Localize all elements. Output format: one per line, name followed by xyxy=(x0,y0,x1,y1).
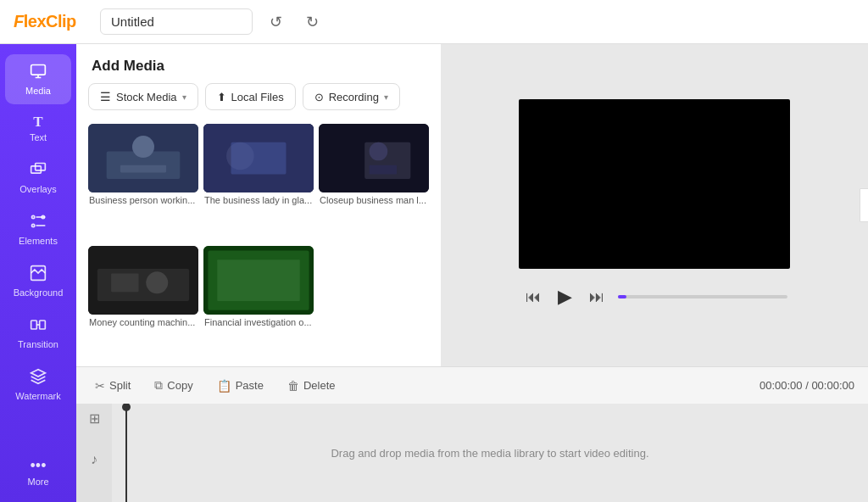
stock-media-label: Stock Media xyxy=(116,91,177,103)
media-toolbar: ☰ Stock Media ▾ ⬆ Local Files ⊙ Recordin… xyxy=(76,83,441,120)
svg-rect-25 xyxy=(97,269,189,301)
svg-rect-10 xyxy=(40,321,46,329)
svg-point-27 xyxy=(146,271,168,293)
svg-rect-15 xyxy=(120,165,166,173)
timeline-content: Drag and drop media from the media libra… xyxy=(112,404,868,502)
media-grid: 00:21 Business person workin... xyxy=(76,120,441,366)
paste-icon: 📋 xyxy=(217,379,231,393)
overlays-icon xyxy=(30,161,47,181)
sidebar-item-media[interactable]: Media xyxy=(5,54,71,104)
video-track-icon[interactable]: ⊞ xyxy=(89,410,100,427)
media-item-4[interactable]: 00:11 xyxy=(88,246,198,315)
stock-media-icon: ☰ xyxy=(100,90,111,103)
media-panel: Add Media ☰ Stock Media ▾ ⬆ Local Files … xyxy=(76,44,441,366)
video-preview xyxy=(519,99,790,269)
more-icon: ••• xyxy=(31,458,47,473)
redo-button[interactable]: ↻ xyxy=(299,9,326,35)
timecode: 00:00:00 / 00:00:00 xyxy=(760,379,854,392)
svg-rect-26 xyxy=(111,274,139,293)
media-item-2[interactable]: 00:22 xyxy=(203,124,314,192)
svg-rect-23 xyxy=(370,165,398,175)
watermark-icon xyxy=(30,368,47,388)
preview-area: ⏮ ▶ ⏭ xyxy=(441,44,868,366)
stock-media-button[interactable]: ☰ Stock Media ▾ xyxy=(88,83,198,110)
media-item-5[interactable]: 00:27 xyxy=(203,246,314,315)
split-icon: ✂ xyxy=(95,379,105,393)
sidebar-item-elements[interactable]: Elements xyxy=(5,204,71,254)
media-item-wrap-3: 00:18 Closeup business man l... xyxy=(319,124,429,241)
sidebar-item-watermark[interactable]: Watermark xyxy=(5,360,71,410)
playhead-handle[interactable] xyxy=(122,404,131,411)
split-button[interactable]: ✂ Split xyxy=(90,376,136,396)
logo-text: lexClip xyxy=(24,12,76,31)
main-area: Media T Text Overlays Elements Backgroun… xyxy=(0,44,868,502)
copy-icon: ⧉ xyxy=(154,378,163,393)
svg-rect-30 xyxy=(217,259,300,301)
local-files-label: Local Files xyxy=(231,91,284,103)
progress-bar[interactable] xyxy=(618,295,787,298)
recording-arrow-icon: ▾ xyxy=(384,92,388,102)
media-label-4: Money counting machin... xyxy=(88,317,198,327)
media-item-wrap-2: 00:22 The business lady in gla... xyxy=(203,124,314,241)
svg-point-14 xyxy=(132,136,154,158)
sidebar-item-background[interactable]: Background xyxy=(5,256,71,306)
timeline-empty-message: Drag and drop media from the media libra… xyxy=(331,447,648,460)
fast-forward-button[interactable]: ⏭ xyxy=(586,285,608,310)
sidebar-label-overlays: Overlays xyxy=(19,184,56,194)
sidebar-item-transition[interactable]: Transition xyxy=(5,308,71,358)
sidebar: Media T Text Overlays Elements Backgroun… xyxy=(0,44,76,502)
svg-rect-0 xyxy=(31,65,46,75)
media-item-1[interactable]: 00:21 xyxy=(88,124,198,192)
delete-button[interactable]: 🗑 Delete xyxy=(282,376,341,396)
transition-icon xyxy=(30,316,47,336)
delete-icon: 🗑 xyxy=(287,379,299,393)
text-icon: T xyxy=(33,114,42,129)
split-label: Split xyxy=(109,379,131,392)
panel-title: Add Media xyxy=(76,44,441,83)
copy-label: Copy xyxy=(167,379,192,392)
media-label-5: Financial investigation o... xyxy=(203,317,314,327)
sidebar-item-overlays[interactable]: Overlays xyxy=(5,153,71,203)
media-item-wrap-1: 00:21 Business person workin... xyxy=(88,124,198,241)
media-label-1: Business person workin... xyxy=(88,195,198,205)
media-item-3[interactable]: 00:18 xyxy=(319,124,429,192)
thumbnail-5-svg xyxy=(203,246,314,315)
background-icon xyxy=(30,265,47,284)
media-label-2: The business lady in gla... xyxy=(203,195,314,205)
thumbnail-3-svg xyxy=(319,124,429,192)
svg-rect-9 xyxy=(31,321,37,329)
audio-track-icon[interactable]: ♪ xyxy=(91,452,97,467)
logo: FlexClip xyxy=(14,12,90,31)
thumbnail-2-svg xyxy=(203,124,314,192)
svg-point-22 xyxy=(370,142,388,161)
local-files-button[interactable]: ⬆ Local Files xyxy=(205,83,296,110)
project-title-input[interactable] xyxy=(100,8,253,35)
player-controls: ⏮ ▶ ⏭ xyxy=(522,282,787,311)
sidebar-label-media: Media xyxy=(25,86,51,96)
sidebar-label-watermark: Watermark xyxy=(15,391,60,401)
play-button[interactable]: ▶ xyxy=(554,282,576,311)
rewind-button[interactable]: ⏮ xyxy=(522,285,544,310)
recording-label: Recording xyxy=(329,91,379,103)
progress-fill xyxy=(618,295,626,298)
svg-point-5 xyxy=(32,224,35,226)
timeline-body: ⊞ ♪ Drag and drop media from the media l… xyxy=(76,404,868,502)
timeline-toolbar: ✂ Split ⧉ Copy 📋 Paste 🗑 Delete 00:00:00… xyxy=(76,366,868,404)
timeline-tracks-side: ⊞ ♪ xyxy=(76,404,112,502)
sidebar-item-more[interactable]: ••• More xyxy=(5,449,71,495)
logo-f: F xyxy=(14,12,24,31)
media-item-wrap-4: 00:11 Money counting machin... xyxy=(88,246,198,363)
recording-icon: ⊙ xyxy=(314,91,324,103)
sidebar-label-transition: Transition xyxy=(18,339,58,349)
sidebar-item-text[interactable]: T Text xyxy=(5,106,71,151)
paste-button[interactable]: 📋 Paste xyxy=(212,376,269,396)
sidebar-label-background: Background xyxy=(14,287,64,298)
media-item-wrap-5: 00:27 Financial investigation o... xyxy=(203,246,314,363)
recording-button[interactable]: ⊙ Recording ▾ xyxy=(303,83,400,110)
svg-point-3 xyxy=(32,215,35,218)
sidebar-label-text: Text xyxy=(30,132,47,142)
copy-button[interactable]: ⧉ Copy xyxy=(149,375,198,396)
media-label-3: Closeup business man l... xyxy=(319,195,429,205)
media-icon xyxy=(30,63,47,82)
undo-button[interactable]: ↺ xyxy=(263,9,289,35)
